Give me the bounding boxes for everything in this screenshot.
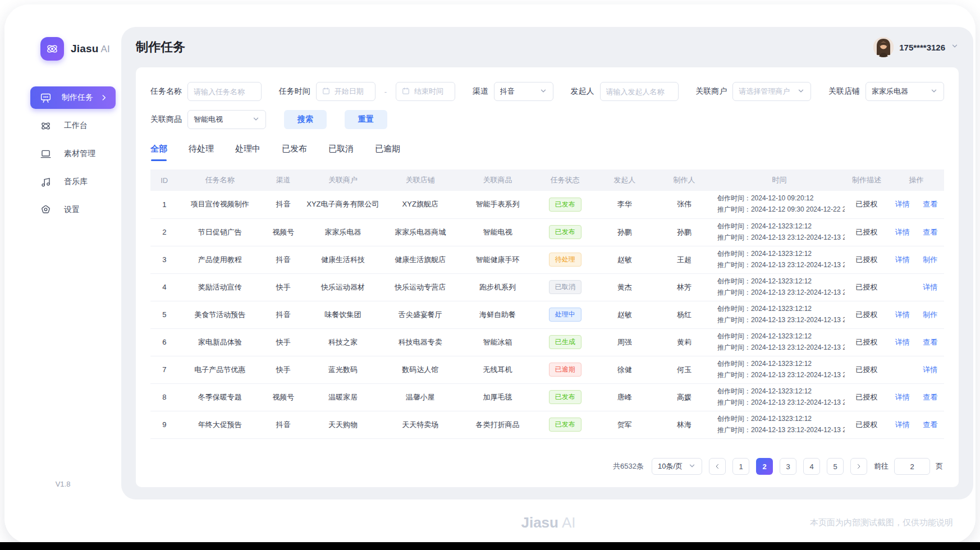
filter-label: 关联商户: [695, 86, 727, 97]
action-详情[interactable]: 详情: [895, 392, 910, 402]
task-time: 创作时间：2024-12-1323:12:12推广时间：2024-12-13 2…: [714, 328, 845, 356]
start-date-picker[interactable]: 开始日期: [316, 82, 375, 101]
task-id: 5: [150, 301, 178, 328]
make-desc: 已授权: [845, 328, 889, 356]
tab-处理中[interactable]: 处理中: [235, 144, 260, 161]
create-time: 创作时间：2024-12-1323:12:12: [717, 386, 845, 397]
table-row: 6家电新品体验快手科技之家科技电器专卖智能冰箱已生成周强黄莉创作时间：2024-…: [150, 328, 944, 356]
task-name: 家电新品体验: [178, 328, 261, 356]
user-menu[interactable]: 175****3126: [873, 37, 959, 57]
page-button-3[interactable]: 3: [780, 458, 796, 475]
tab-已发布[interactable]: 已发布: [282, 144, 307, 161]
sidebar-item-素材管理[interactable]: 素材管理: [30, 143, 116, 165]
action-制作[interactable]: 制作: [923, 310, 937, 320]
product: 跑步机系列: [460, 273, 535, 301]
filter-task-time: 任务时间 开始日期 - 结束时间: [279, 82, 455, 101]
sidebar-item-音乐库[interactable]: 音乐库: [30, 171, 116, 193]
row-actions: 详情制作: [889, 246, 944, 273]
top-gap: [121, 4, 976, 27]
page-buttons: 12345: [732, 458, 844, 475]
sidebar-item-label: 制作任务: [62, 93, 93, 103]
task-id: 3: [150, 246, 178, 273]
table-row: 8冬季保暖专题视频号温暖家居温馨小屋加厚毛毯已发布唐峰高媛创作时间：2024-1…: [150, 383, 944, 411]
end-date-picker[interactable]: 结束时间: [396, 82, 455, 101]
row-actions: 详情查看: [889, 328, 944, 356]
goto-page-input[interactable]: [894, 458, 930, 475]
page-footer: JiasuAI 本页面为内部测试截图，仅供功能说明: [121, 499, 976, 543]
action-详情[interactable]: 详情: [895, 227, 910, 237]
filter-shop: 关联店铺 家家乐电器: [828, 82, 944, 101]
page-size-select[interactable]: 10条/页: [652, 458, 702, 475]
shop: 科技电器专卖: [381, 328, 460, 356]
action-详情[interactable]: 详情: [895, 420, 910, 430]
task-name: 项目宣传视频制作: [178, 191, 261, 218]
page-button-4[interactable]: 4: [803, 458, 820, 475]
sidebar-item-制作任务[interactable]: 制作任务: [30, 86, 116, 109]
action-详情[interactable]: 详情: [895, 199, 910, 209]
filter-label: 渠道: [473, 86, 488, 97]
action-查看[interactable]: 查看: [923, 420, 937, 430]
channel-select[interactable]: 抖音: [494, 82, 553, 101]
sidebar-item-工作台[interactable]: 工作台: [30, 114, 116, 137]
shop-select[interactable]: 家家乐电器: [865, 82, 944, 101]
action-查看[interactable]: 查看: [923, 199, 937, 209]
atom-icon: [39, 120, 52, 132]
avatar[interactable]: [873, 37, 894, 57]
action-查看[interactable]: 查看: [923, 337, 937, 347]
tab-全部[interactable]: 全部: [150, 144, 167, 161]
filter-row-1: 任务名称 任务时间 开始日期 -: [150, 82, 944, 101]
task-id: 2: [150, 218, 178, 246]
action-查看[interactable]: 查看: [923, 227, 937, 237]
screen-edge: [0, 542, 980, 550]
channel: 抖音: [262, 301, 305, 328]
initiator: 赵敏: [595, 246, 654, 273]
initiator: 孙鹏: [595, 218, 654, 246]
page-button-1[interactable]: 1: [732, 458, 749, 475]
action-详情[interactable]: 详情: [923, 282, 937, 292]
merchant: 家家乐电器: [305, 218, 381, 246]
task-name-input[interactable]: [194, 88, 255, 96]
channel: 快手: [262, 328, 305, 356]
reset-button[interactable]: 重置: [345, 110, 387, 129]
task-name: 奖励活动宣传: [178, 273, 261, 301]
task-id: 9: [150, 411, 178, 438]
action-详情[interactable]: 详情: [895, 337, 910, 347]
tab-待处理[interactable]: 待处理: [189, 144, 214, 161]
merchant-select[interactable]: 请选择管理商户: [732, 82, 811, 101]
row-actions: 详情查看: [889, 191, 944, 218]
maker: 孙鹏: [654, 218, 714, 246]
search-button[interactable]: 搜索: [284, 110, 327, 129]
action-查看[interactable]: 查看: [923, 392, 937, 402]
pagination: 共6532条 10条/页 12345 前往: [150, 448, 944, 478]
action-制作[interactable]: 制作: [923, 255, 937, 265]
next-page-button[interactable]: [850, 458, 867, 475]
page-button-5[interactable]: 5: [827, 458, 844, 475]
column-header: 操作: [889, 169, 944, 191]
footer-note: 本页面为内部测试截图，仅供功能说明: [810, 517, 953, 528]
row-actions: 详情: [889, 273, 944, 301]
merchant: 快乐运动器材: [305, 273, 381, 301]
initiator: 徐健: [595, 356, 654, 383]
tab-已逾期[interactable]: 已逾期: [375, 144, 400, 161]
product-select[interactable]: 智能电视: [187, 110, 266, 129]
make-desc: 已授权: [845, 191, 889, 218]
action-详情[interactable]: 详情: [895, 255, 910, 265]
task-status: 已发布: [535, 411, 595, 438]
task-status: 已生成: [535, 328, 595, 356]
prev-page-button[interactable]: [709, 458, 726, 475]
sidebar-item-设置[interactable]: 设置: [30, 199, 116, 221]
page-button-2[interactable]: 2: [756, 458, 773, 475]
action-详情[interactable]: 详情: [895, 310, 910, 320]
tab-已取消[interactable]: 已取消: [328, 144, 354, 161]
maker: 林海: [654, 411, 714, 438]
merchant: 蓝光数码: [305, 356, 381, 383]
create-time: 创作时间：2024-12-1323:12:12: [717, 414, 845, 425]
action-详情[interactable]: 详情: [923, 365, 937, 375]
status-badge: 已取消: [549, 280, 581, 294]
initiator-input[interactable]: [606, 88, 672, 96]
chevron-right-icon: [855, 463, 862, 470]
gear-icon: [39, 204, 52, 216]
chevron-left-icon: [714, 463, 721, 470]
row-actions: 详情查看: [889, 383, 944, 411]
chevron-down-icon: [930, 87, 938, 97]
